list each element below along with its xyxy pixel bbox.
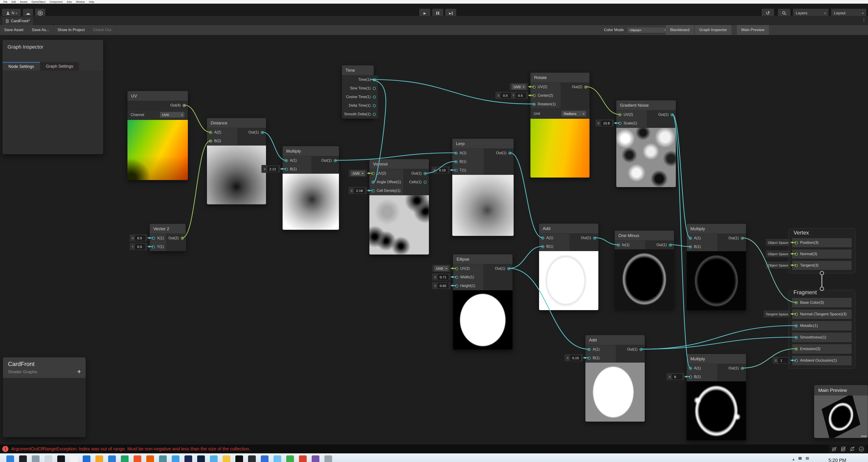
port[interactable] (209, 131, 212, 134)
vector2-input-control[interactable]: Y0.5 (129, 243, 148, 251)
ellipse-input-control[interactable]: X0.92 (432, 282, 451, 290)
taskbar-black-icon[interactable] (235, 455, 243, 462)
value-field[interactable]: 0.92 (438, 283, 448, 288)
vertex-input-control[interactable]: Object Space (766, 250, 790, 258)
main-preview-toggle-button[interactable]: Main Preview (737, 25, 769, 35)
taskbar-teal-icon[interactable] (159, 455, 167, 462)
port[interactable] (619, 113, 622, 116)
add-property-button[interactable]: + (77, 369, 81, 374)
taskbar-gem-icon[interactable] (172, 455, 180, 462)
taskbar-firefox-icon[interactable] (146, 455, 154, 462)
port[interactable] (533, 86, 536, 89)
value-field[interactable]: 6 (672, 374, 682, 380)
port[interactable] (455, 169, 458, 172)
value-field[interactable]: 2.16 (354, 188, 365, 193)
port[interactable] (533, 103, 536, 106)
port[interactable] (541, 245, 544, 248)
port[interactable] (373, 104, 376, 107)
save-asset-button[interactable]: Save Asset (0, 25, 28, 35)
port[interactable] (689, 237, 692, 240)
port[interactable] (373, 87, 376, 90)
graph-inspector-toggle-button[interactable]: Graph Inspector (694, 25, 732, 35)
port[interactable] (455, 160, 458, 163)
port[interactable] (508, 152, 512, 155)
voronoi-input-control[interactable]: X2.16 (348, 187, 367, 194)
block-row-smoothness-1-[interactable]: Smoothness(1) (792, 333, 851, 342)
unit-dropdown[interactable]: Radians (561, 110, 586, 117)
block-vertex[interactable]: VertexPosition(3)Normal(3)Tangent(3) (788, 228, 856, 273)
port[interactable] (285, 168, 288, 171)
taskbar-gray-icon[interactable] (324, 455, 332, 462)
taskbar-navy-icon[interactable] (197, 455, 205, 462)
taskbar-word-icon[interactable] (108, 455, 116, 462)
port[interactable] (372, 172, 375, 175)
menu-window[interactable]: Window (74, 0, 87, 4)
gradientnoise-input-control[interactable]: X10.8 (595, 119, 614, 127)
port[interactable] (588, 357, 591, 360)
port[interactable] (584, 86, 587, 89)
node-oneminus[interactable]: One MinusIn(1)Out(1) (615, 230, 674, 309)
lerp-input-control[interactable]: X0.15 (431, 166, 450, 174)
node-ellipse[interactable]: EllipseUV(2)Width(1)Height(1)Out(1) (453, 254, 513, 350)
menu-edit[interactable]: Edit (9, 0, 18, 4)
block-row-base-color-3-[interactable]: Base Color(3) (792, 298, 851, 307)
port[interactable] (181, 237, 184, 240)
debugger-disabled-icon[interactable] (831, 446, 837, 452)
port[interactable] (588, 348, 591, 351)
value-field[interactable]: 10.8 (601, 121, 612, 126)
port[interactable] (795, 336, 798, 339)
taskbar-purple-icon[interactable] (312, 455, 319, 462)
taskbar-play-icon[interactable] (83, 455, 90, 462)
menu-gameobject[interactable]: GameObject (30, 0, 48, 4)
port[interactable] (455, 152, 458, 155)
node-gradientnoise[interactable]: Gradient NoiseUV(2)Scale(1)Out(1) (616, 100, 676, 187)
port[interactable] (795, 359, 798, 362)
rotate-input-control[interactable]: UV0 (509, 83, 528, 91)
taskbar-blue-icon[interactable] (261, 455, 269, 462)
taskbar-vs-icon[interactable] (184, 455, 192, 462)
menu-component[interactable]: Component (48, 0, 64, 4)
multiply3-input-control[interactable]: X6 (666, 373, 684, 381)
port[interactable] (455, 285, 458, 288)
port[interactable] (373, 78, 376, 81)
taskbar-search-icon[interactable] (19, 455, 27, 462)
check-circle-icon[interactable] (859, 446, 864, 452)
tab-graph-settings[interactable]: Graph Settings (40, 62, 79, 71)
port[interactable] (372, 189, 375, 192)
node-add2[interactable]: AddA(1)B(1)Out(1) (585, 335, 645, 422)
multiply1-input-control[interactable]: X2.12 (261, 165, 280, 173)
add2-input-control[interactable]: X0.15 (564, 354, 583, 362)
port[interactable] (593, 237, 596, 239)
ellipse-input-control[interactable]: X0.71 (432, 273, 451, 281)
block-row-metallic-1-[interactable]: Metallic(1) (792, 321, 851, 331)
node-multiply2[interactable]: MultiplyA(1)B(1)Out(1) (686, 224, 746, 310)
block-row-ambient-occlusion-1-[interactable]: Ambient Occlusion(1) (792, 356, 851, 365)
value-field[interactable]: 0.5 (516, 93, 526, 98)
tab-menu-icon[interactable]: ⋮ (862, 17, 866, 23)
taskbar-card-icon[interactable] (70, 455, 78, 462)
node-voronoi[interactable]: VoronoiUV(2)Angle Offset(1)Cell Density(… (369, 159, 429, 255)
value-field[interactable]: 0.15 (570, 355, 581, 361)
rotate-input-control[interactable]: X0.5Y0.5 (495, 92, 528, 99)
node-distance[interactable]: DistanceA(2)B(2)Out(1) (207, 118, 266, 204)
show-in-project-button[interactable]: Show In Project (54, 25, 89, 35)
port[interactable] (424, 181, 427, 184)
taskbar-red-icon[interactable] (299, 455, 307, 462)
taskbar-sky-icon[interactable] (274, 455, 281, 462)
console-error-bar[interactable]: ! ArgumentOutOfRangeException: Index was… (0, 444, 868, 453)
port[interactable] (209, 140, 212, 142)
port[interactable] (689, 245, 692, 249)
taskbar-green-icon[interactable] (286, 455, 294, 462)
port[interactable] (617, 243, 620, 246)
main-preview-viewport[interactable] (814, 395, 868, 438)
uv-channel-dropdown[interactable]: UV0 (512, 84, 526, 90)
tray-chevron-icon[interactable]: ▴ (793, 457, 795, 461)
value-field[interactable]: 2.12 (267, 166, 278, 172)
windows-taskbar[interactable]: ▴ 5:20 PM (0, 453, 868, 462)
block-row-emission-3-[interactable]: Emission(3) (792, 344, 851, 354)
port[interactable] (372, 181, 375, 184)
taskbar-start-icon[interactable] (6, 455, 14, 462)
block-fragment[interactable]: FragmentBase Color(3)Normal (Tangent Spa… (788, 290, 856, 369)
menu-jobs[interactable]: Jobs (64, 0, 74, 4)
port[interactable] (795, 241, 798, 244)
